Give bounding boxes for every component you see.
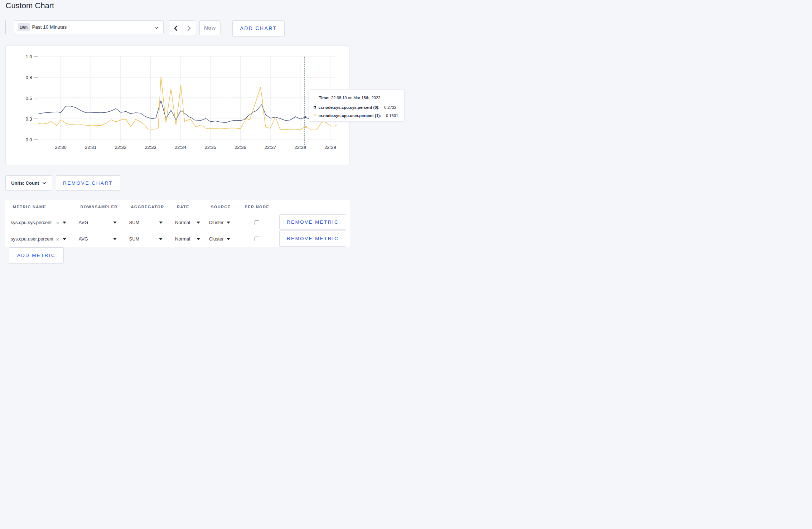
svg-text:1.0: 1.0 bbox=[25, 54, 32, 59]
svg-text:22:30: 22:30 bbox=[55, 145, 67, 150]
svg-text:22:38: 22:38 bbox=[294, 145, 306, 150]
svg-text:22:35: 22:35 bbox=[205, 145, 217, 150]
svg-text:22:33: 22:33 bbox=[145, 145, 156, 150]
svg-text:0.0: 0.0 bbox=[25, 137, 32, 142]
svg-text:22:37: 22:37 bbox=[265, 145, 276, 150]
svg-text:0.3: 0.3 bbox=[25, 116, 32, 122]
svg-text:0.5: 0.5 bbox=[25, 96, 32, 101]
svg-text:22:32: 22:32 bbox=[115, 145, 127, 150]
svg-text:22:39: 22:39 bbox=[324, 145, 336, 150]
svg-text:0.8: 0.8 bbox=[25, 75, 32, 80]
svg-text:22:36: 22:36 bbox=[235, 145, 246, 150]
svg-text:22:34: 22:34 bbox=[175, 145, 187, 150]
svg-text:22:31: 22:31 bbox=[85, 145, 97, 150]
